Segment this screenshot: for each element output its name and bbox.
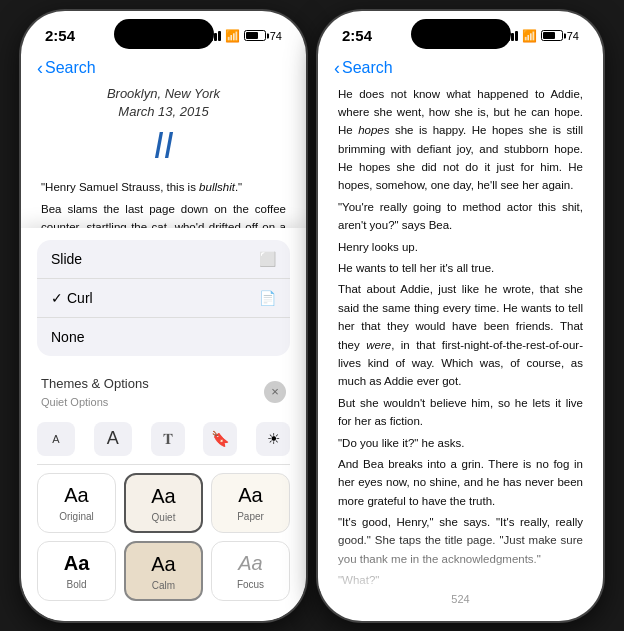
font-row: A A 𝐓 🔖 ☀ (37, 416, 290, 465)
theme-calm-label: Calm (152, 580, 175, 591)
back-label-left: Search (45, 59, 96, 77)
theme-quiet-label: Quiet (152, 512, 176, 523)
book-location: Brooklyn, New YorkMarch 13, 2015 (41, 85, 286, 121)
menu-item-none[interactable]: None (37, 318, 290, 356)
dynamic-island-right (411, 19, 511, 49)
theme-quiet-card[interactable]: Aa Quiet (124, 473, 203, 533)
back-label-right: Search (342, 59, 393, 77)
theme-calm-aa: Aa (151, 553, 175, 576)
quiet-options-label: Quiet Options (41, 396, 108, 408)
rp-2: "You're really going to method actor thi… (338, 198, 583, 235)
phones-container: 2:54 📶 74 ‹ Search (21, 11, 603, 621)
menu-item-slide[interactable]: Slide ⬜ (37, 240, 290, 279)
book-text-right: He does not know what happened to Addie,… (338, 85, 583, 585)
menu-item-right-slide: ⬜ (259, 251, 276, 267)
font-decrease-button[interactable]: A (37, 422, 75, 456)
left-phone: 2:54 📶 74 ‹ Search (21, 11, 306, 621)
rp-5: That about Addie, just like he wrote, th… (338, 280, 583, 390)
battery-label: 74 (270, 30, 282, 42)
dynamic-island (114, 19, 214, 49)
menu-item-curl[interactable]: ✓ Curl 📄 (37, 279, 290, 318)
theme-original-label: Original (59, 511, 93, 522)
para-1: "Henry Samuel Strauss, this is bullshit.… (41, 179, 286, 197)
theme-grid: Aa Original Aa Quiet Aa Paper Aa Bold Aa (37, 473, 290, 601)
theme-calm-card[interactable]: Aa Calm (124, 541, 203, 601)
chapter-number: II (41, 125, 286, 167)
book-content-right: He does not know what happened to Addie,… (318, 85, 603, 585)
battery-icon-right (541, 30, 563, 41)
chevron-left-icon: ‹ (37, 59, 43, 77)
menu-none-label: None (51, 329, 84, 345)
menu-curl-label: Curl (67, 290, 259, 306)
rp-3: Henry looks up. (338, 238, 583, 256)
battery-icon (244, 30, 266, 41)
book-header: Brooklyn, New YorkMarch 13, 2015 II (41, 85, 286, 167)
font-style-button[interactable]: 𝐓 (151, 422, 185, 456)
wifi-icon: 📶 (225, 29, 240, 43)
back-button-left[interactable]: ‹ Search (37, 59, 96, 77)
rp-1: He does not know what happened to Addie,… (338, 85, 583, 195)
battery-label-right: 74 (567, 30, 579, 42)
menu-slide-label: Slide (51, 251, 82, 267)
back-button-right[interactable]: ‹ Search (334, 59, 393, 77)
faded-bottom (318, 531, 603, 591)
status-icons-right: 📶 74 (503, 29, 579, 43)
theme-paper-aa: Aa (238, 484, 262, 507)
menu-popup: Slide ⬜ ✓ Curl 📄 None (37, 240, 290, 356)
toolbar-overlay: Slide ⬜ ✓ Curl 📄 None (21, 228, 306, 621)
chevron-left-icon-right: ‹ (334, 59, 340, 77)
time-left: 2:54 (45, 27, 75, 44)
theme-paper-card[interactable]: Aa Paper (211, 473, 290, 533)
theme-bold-label: Bold (66, 579, 86, 590)
check-icon-curl: ✓ (51, 290, 63, 306)
rp-8: And Bea breaks into a grin. There is no … (338, 455, 583, 510)
page-curl-icon: 📄 (259, 290, 276, 306)
wifi-icon-right: 📶 (522, 29, 537, 43)
right-phone: 2:54 📶 74 ‹ Search (318, 11, 603, 621)
theme-original-aa: Aa (64, 484, 88, 507)
nav-bar-left: ‹ Search (21, 55, 306, 85)
bookmark-button[interactable]: 🔖 (203, 422, 237, 456)
rp-7: "Do you like it?" he asks. (338, 434, 583, 452)
theme-paper-label: Paper (237, 511, 264, 522)
theme-focus-card[interactable]: Aa Focus (211, 541, 290, 601)
theme-focus-label: Focus (237, 579, 264, 590)
page-number: 524 (318, 587, 603, 611)
themes-quiet-label: Themes & Options Quiet Options (41, 374, 149, 410)
status-icons-left: 📶 74 (206, 29, 282, 43)
rp-6: But she wouldn't believe him, so he lets… (338, 394, 583, 431)
nav-bar-right: ‹ Search (318, 55, 603, 85)
theme-focus-aa: Aa (238, 552, 262, 575)
brightness-button[interactable]: ☀ (256, 422, 290, 456)
rp-4: He wants to tell her it's all true. (338, 259, 583, 277)
close-button[interactable]: × (264, 381, 286, 403)
menu-item-right-curl: 📄 (259, 290, 276, 306)
theme-original-card[interactable]: Aa Original (37, 473, 116, 533)
scroll-icon: ⬜ (259, 251, 276, 267)
font-increase-button[interactable]: A (94, 422, 132, 456)
theme-bold-card[interactable]: Aa Bold (37, 541, 116, 601)
time-right: 2:54 (342, 27, 372, 44)
themes-header-row: Themes & Options Quiet Options × (37, 366, 290, 416)
theme-bold-aa: Aa (64, 552, 90, 575)
theme-quiet-aa: Aa (151, 485, 175, 508)
themes-label: Themes & Options (41, 376, 149, 391)
